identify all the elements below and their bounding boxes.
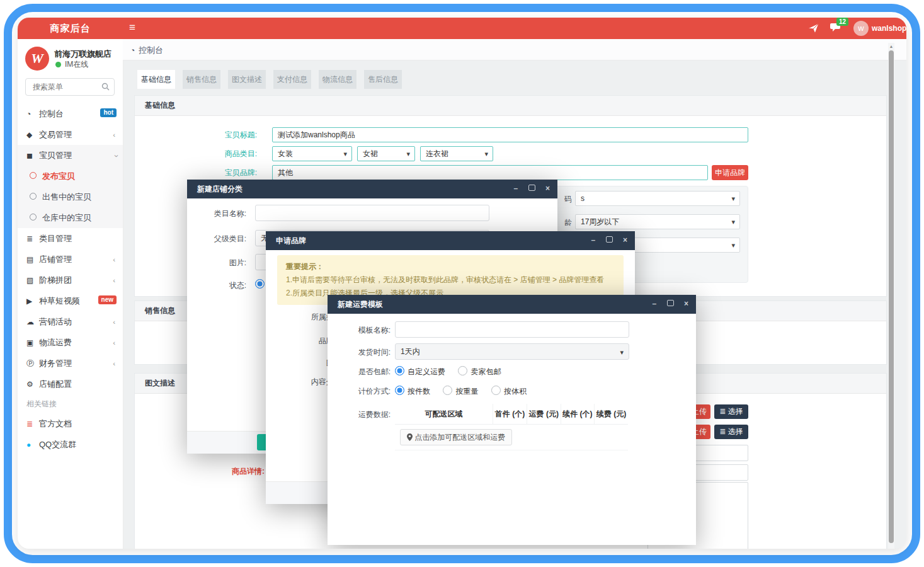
sidebar-item-label: 营销活动 xyxy=(39,317,72,326)
radio-custom-freight[interactable] xyxy=(395,366,404,375)
trade-icon: ◆ xyxy=(26,125,39,146)
category-icon: ≣ xyxy=(26,229,39,249)
marketing-icon: ☁ xyxy=(26,312,39,333)
sidebar-item-groupbuy[interactable]: ▧阶梯拼团‹ xyxy=(18,270,123,290)
close-icon[interactable]: × xyxy=(684,299,688,308)
tab-2[interactable]: 图文描述 xyxy=(228,70,266,89)
chevron-left-icon: ‹ xyxy=(113,250,115,269)
sidebar-item-settings[interactable]: ⚙店铺配置 xyxy=(18,374,123,394)
chevron-left-icon: ‹ xyxy=(113,125,115,144)
window-controls: – × xyxy=(583,231,627,250)
sidebar-item-trade[interactable]: ◆交易管理‹ xyxy=(18,124,123,145)
goods-title-input[interactable]: 测试添加wanlshop商品 xyxy=(272,127,748,142)
chat-icon[interactable]: 12 xyxy=(830,22,843,36)
minimize-icon[interactable]: – xyxy=(514,184,518,193)
radio-by-weight[interactable] xyxy=(443,386,452,395)
page: 商家后台 ≡ 12 w wanlshop W 前海万联旗舰店 IM在线 ◔控制台… xyxy=(0,0,924,567)
settings-icon: ⚙ xyxy=(26,374,39,395)
modal-title-bar[interactable]: 新建店铺分类 – × xyxy=(187,180,557,198)
age-select[interactable]: 17周岁以下 xyxy=(575,214,740,229)
minimize-icon[interactable]: – xyxy=(653,299,657,308)
maximize-icon[interactable] xyxy=(606,236,613,243)
radio-seller-free[interactable] xyxy=(458,366,467,375)
circle-icon xyxy=(30,172,37,179)
sidebar-item-label: 类目管理 xyxy=(39,234,72,243)
paper-plane-icon[interactable] xyxy=(807,22,820,37)
app-window: 商家后台 ≡ 12 w wanlshop W 前海万联旗舰店 IM在线 ◔控制台… xyxy=(18,18,906,549)
add-area-button[interactable]: 点击添加可配送区域和运费 xyxy=(400,429,512,445)
sidebar-item-label: 控制台 xyxy=(39,109,64,118)
scroll-up-arrow[interactable]: ▲ xyxy=(888,43,894,50)
menu-icon[interactable]: ≡ xyxy=(129,18,135,39)
sidebar-item-label: 种草短视频 xyxy=(39,296,80,306)
choose-button-2[interactable]: ≣ 选择 xyxy=(714,425,748,439)
goods-brand-input[interactable]: 其他 xyxy=(272,165,708,180)
form-tabs: 基础信息销售信息图文描述支付信息物流信息售后信息 xyxy=(137,70,402,89)
sidebar-item-shop[interactable]: ▤店铺管理‹ xyxy=(18,249,123,270)
category-select-3[interactable]: 连衣裙 xyxy=(420,146,493,161)
radio-by-volume[interactable] xyxy=(491,386,501,395)
location-pin-icon xyxy=(407,433,413,441)
scrollbar-thumb[interactable] xyxy=(889,50,894,543)
notification-badge: 12 xyxy=(836,18,848,26)
maximize-icon[interactable] xyxy=(667,300,674,306)
menu-search[interactable] xyxy=(25,78,115,96)
sidebar-subitem-stock-goods[interactable]: 仓库中的宝贝 xyxy=(18,207,123,228)
sidebar-link-label: QQ交流群 xyxy=(39,440,76,449)
tab-4[interactable]: 物流信息 xyxy=(319,70,356,89)
status-radio[interactable] xyxy=(255,279,265,289)
sidebar-item-category[interactable]: ≣类目管理 xyxy=(18,228,123,249)
category-name-label: 类目名称: xyxy=(196,209,246,219)
shop-name: 前海万联旗舰店 xyxy=(54,49,111,60)
sidebar-section-label: 相关链接 xyxy=(18,394,123,413)
radio-by-piece[interactable] xyxy=(395,386,404,395)
breadcrumb[interactable]: ◔控制台 xyxy=(130,45,163,56)
sidebar-item-marketing[interactable]: ☁营销活动‹ xyxy=(18,311,123,332)
video-icon: ▶ xyxy=(26,291,39,312)
window-controls: – × xyxy=(644,295,688,314)
close-icon[interactable]: × xyxy=(623,236,627,244)
scrollbar[interactable]: ▲ xyxy=(888,43,894,549)
sidebar-subitem-publish-goods[interactable]: 发布宝贝 xyxy=(18,166,123,186)
sidebar-subitem-selling-goods[interactable]: 出售中的宝贝 xyxy=(18,186,123,207)
sidebar-link-label: 官方文档 xyxy=(39,419,72,428)
pricing-options: 按件数 按重量 按体积 xyxy=(395,385,537,397)
close-icon[interactable]: × xyxy=(545,184,550,193)
sidebar-link-docs[interactable]: ≣官方文档 xyxy=(18,413,123,434)
sidebar-item-video[interactable]: ▶种草短视频new xyxy=(18,290,123,311)
modal-title-bar[interactable]: 申请品牌 – × xyxy=(266,231,635,250)
sidebar-subitem-label: 出售中的宝贝 xyxy=(42,192,91,202)
modal-title-bar[interactable]: 新建运费模板 – × xyxy=(328,295,696,314)
category-name-input[interactable] xyxy=(255,205,489,221)
dashboard-icon: ◔ xyxy=(26,104,39,125)
sidebar-item-goods[interactable]: ◼宝贝管理‹ xyxy=(18,145,123,166)
tab-0[interactable]: 基础信息 xyxy=(137,70,175,89)
template-name-input[interactable] xyxy=(395,321,629,338)
panel-title: 基础信息 xyxy=(135,96,886,116)
minimize-icon[interactable]: – xyxy=(591,236,596,244)
sidebar-menu: ◔控制台hot◆交易管理‹◼宝贝管理‹发布宝贝出售中的宝贝仓库中的宝贝≣类目管理… xyxy=(18,103,123,455)
username[interactable]: wanlshop xyxy=(872,24,906,33)
tab-3[interactable]: 支付信息 xyxy=(273,70,311,89)
choose-button-1[interactable]: ≣ 选择 xyxy=(714,404,748,419)
sidebar-item-dashboard[interactable]: ◔控制台hot xyxy=(18,103,123,124)
goods-detail-label: 商品详情: xyxy=(202,466,265,477)
maximize-icon[interactable] xyxy=(528,185,535,191)
tab-1[interactable]: 销售信息 xyxy=(183,70,220,89)
avatar[interactable]: w xyxy=(853,21,869,36)
category-select-2[interactable]: 女裙 xyxy=(357,146,415,161)
sidebar-item-label: 阶梯拼团 xyxy=(39,275,72,285)
ship-time-select[interactable]: 1天内 xyxy=(395,343,629,360)
search-input[interactable] xyxy=(31,82,100,92)
chevron-left-icon: ‹ xyxy=(113,271,115,290)
size-select[interactable]: s xyxy=(575,191,740,206)
sidebar-item-logistics[interactable]: ▣物流运费‹ xyxy=(18,332,123,353)
goods-category-label: 商品类目: xyxy=(194,149,257,159)
sidebar-item-finance[interactable]: Ⓟ财务管理‹ xyxy=(18,353,123,374)
sidebar-link-qq-group[interactable]: ●QQ交流群 xyxy=(18,434,123,455)
sidebar-item-label: 财务管理 xyxy=(39,358,72,368)
category-select-1[interactable]: 女装 xyxy=(272,146,352,161)
apply-brand-button[interactable]: 申请品牌 xyxy=(712,165,748,180)
tab-5[interactable]: 售后信息 xyxy=(364,70,402,89)
shop-icon: ▤ xyxy=(26,249,39,270)
